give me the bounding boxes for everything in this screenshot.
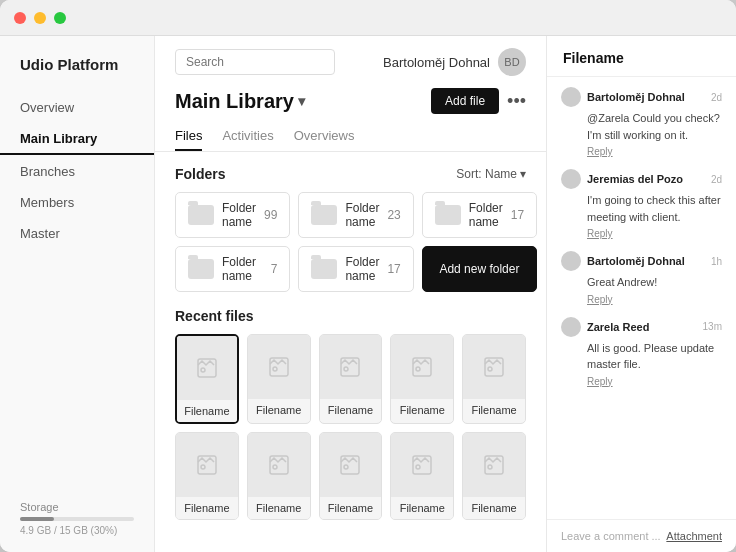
main-content: Bartoloměj Dohnal BD Main Library ▾ Add …: [155, 36, 546, 552]
folder-card[interactable]: Folder name 99: [175, 192, 290, 238]
comment-item: Bartoloměj Dohnal 1h Great Andrew! Reply: [561, 251, 722, 305]
titlebar: [0, 0, 736, 36]
comment-input[interactable]: Leave a comment ...: [561, 530, 661, 542]
sidebar-item-members[interactable]: Members: [0, 188, 154, 217]
recent-files-title: Recent files: [175, 308, 526, 324]
page-title-chevron-icon[interactable]: ▾: [298, 93, 305, 109]
folder-card[interactable]: Folder name 23: [298, 192, 413, 238]
top-bar: Bartoloměj Dohnal BD: [175, 48, 526, 76]
file-card[interactable]: Filename: [319, 432, 383, 520]
folder-name: Folder name: [469, 201, 503, 229]
avatar: [561, 87, 581, 107]
folder-card[interactable]: Folder name 7: [175, 246, 290, 292]
comment-header: Zarela Reed 13m: [561, 317, 722, 337]
file-label: Filename: [248, 497, 310, 519]
comment-header: Bartoloměj Dohnal 2d: [561, 87, 722, 107]
svg-point-7: [416, 367, 420, 371]
file-card[interactable]: Filename: [175, 432, 239, 520]
comment-time: 13m: [703, 321, 722, 332]
folders-grid: Folder name 99 Folder name 23 Folder nam…: [175, 192, 526, 292]
sidebar-logo: Udio Platform: [0, 56, 154, 93]
tab-overviews[interactable]: Overviews: [294, 122, 355, 151]
sidebar-storage: Storage 4.9 GB / 15 GB (30%): [0, 489, 154, 536]
folder-count: 23: [387, 208, 400, 222]
close-dot[interactable]: [14, 12, 26, 24]
file-thumbnail: [391, 335, 453, 399]
folder-card[interactable]: Folder name 17: [298, 246, 413, 292]
reply-button[interactable]: Reply: [587, 146, 722, 157]
sidebar-item-overview[interactable]: Overview: [0, 93, 154, 122]
comment-item: Jeremias del Pozo 2d I'm going to check …: [561, 169, 722, 239]
storage-bar-bg: [20, 517, 134, 521]
user-name: Bartoloměj Dohnal: [383, 55, 490, 70]
folders-section-header: Folders Sort: Name ▾: [175, 166, 526, 182]
file-label: Filename: [176, 497, 238, 519]
file-card[interactable]: Filename: [247, 432, 311, 520]
file-label: Filename: [248, 399, 310, 421]
avatar: [561, 169, 581, 189]
file-label: Filename: [391, 399, 453, 421]
sidebar-item-main-library[interactable]: Main Library: [0, 124, 154, 155]
file-thumbnail: [176, 433, 238, 497]
folders-title: Folders: [175, 166, 226, 182]
file-label: Filename: [320, 497, 382, 519]
storage-info: 4.9 GB / 15 GB (30%): [20, 525, 134, 536]
comment-user: Bartoloměj Dohnal: [587, 91, 705, 103]
file-thumbnail: [320, 433, 382, 497]
storage-label: Storage: [20, 501, 134, 513]
file-card[interactable]: Filename: [462, 432, 526, 520]
content-area: Folders Sort: Name ▾ Folder name 99 Fold…: [155, 152, 546, 552]
sort-label[interactable]: Sort: Name ▾: [456, 167, 526, 181]
tab-files[interactable]: Files: [175, 122, 202, 151]
file-card[interactable]: Filename: [319, 334, 383, 424]
svg-point-13: [273, 465, 277, 469]
folder-icon: [311, 259, 337, 279]
folder-icon: [435, 205, 461, 225]
folder-name: Folder name: [222, 201, 256, 229]
files-grid-row1: Filename Filename: [175, 334, 526, 424]
file-card[interactable]: Filename: [247, 334, 311, 424]
app-body: Udio Platform Overview Main Library Bran…: [0, 36, 736, 552]
file-label: Filename: [463, 399, 525, 421]
search-input[interactable]: [175, 49, 335, 75]
file-card[interactable]: Filename: [390, 432, 454, 520]
folder-card[interactable]: Folder name 17: [422, 192, 537, 238]
fullscreen-dot[interactable]: [54, 12, 66, 24]
sidebar-item-master[interactable]: Master: [0, 219, 154, 248]
comment-time: 2d: [711, 92, 722, 103]
sidebar: Udio Platform Overview Main Library Bran…: [0, 36, 155, 552]
file-card[interactable]: Filename: [175, 334, 239, 424]
more-options-button[interactable]: •••: [507, 92, 526, 110]
user-area: Bartoloměj Dohnal BD: [383, 48, 526, 76]
folder-count: 99: [264, 208, 277, 222]
folder-icon: [311, 205, 337, 225]
svg-point-19: [488, 465, 492, 469]
file-thumbnail: [391, 433, 453, 497]
comment-text: @Zarela Could you check? I'm still worki…: [587, 110, 722, 143]
comment-user: Bartoloměj Dohnal: [587, 255, 705, 267]
svg-point-15: [344, 465, 348, 469]
chevron-down-icon: ▾: [520, 167, 526, 181]
panel-footer: Leave a comment ... Attachment: [547, 519, 736, 552]
add-folder-button[interactable]: Add new folder: [422, 246, 537, 292]
file-thumbnail: [463, 335, 525, 399]
file-card[interactable]: Filename: [462, 334, 526, 424]
main-header: Bartoloměj Dohnal BD Main Library ▾ Add …: [155, 36, 546, 152]
svg-point-3: [273, 367, 277, 371]
sidebar-item-branches[interactable]: Branches: [0, 157, 154, 186]
tabs: Files Activities Overviews: [175, 122, 526, 151]
reply-button[interactable]: Reply: [587, 294, 722, 305]
reply-button[interactable]: Reply: [587, 376, 722, 387]
file-label: Filename: [177, 400, 237, 422]
comment-header: Jeremias del Pozo 2d: [561, 169, 722, 189]
attachment-link[interactable]: Attachment: [666, 530, 722, 542]
tab-activities[interactable]: Activities: [222, 122, 273, 151]
svg-point-11: [201, 465, 205, 469]
folder-name: Folder name: [345, 201, 379, 229]
minimize-dot[interactable]: [34, 12, 46, 24]
avatar: [561, 317, 581, 337]
add-file-button[interactable]: Add file: [431, 88, 499, 114]
comment-time: 2d: [711, 174, 722, 185]
reply-button[interactable]: Reply: [587, 228, 722, 239]
file-card[interactable]: Filename: [390, 334, 454, 424]
